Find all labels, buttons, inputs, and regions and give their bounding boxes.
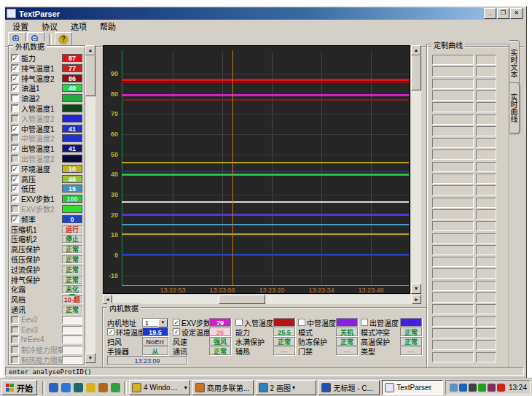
quick-launch-icon-6[interactable] <box>111 383 120 392</box>
indoor-address-dropdown[interactable]: 1▼ <box>142 318 168 327</box>
高压-checkbox[interactable]: ✓ <box>11 175 19 183</box>
tray-icon-3[interactable] <box>469 384 477 392</box>
custom-curve-value-box[interactable] <box>476 79 496 89</box>
custom-curve-value-box[interactable] <box>476 328 496 338</box>
custom-curve-name-box[interactable] <box>432 174 474 184</box>
频率-checkbox[interactable]: ✓ <box>11 215 19 223</box>
custom-curve-name-box[interactable] <box>432 257 474 267</box>
Eev3-checkbox[interactable] <box>11 326 19 334</box>
custom-curve-value-box[interactable] <box>476 209 496 220</box>
chart-hscrollbar[interactable]: ◄ ► <box>103 295 421 304</box>
custom-curve-value-box[interactable] <box>476 340 496 350</box>
custom-curve-value-box[interactable] <box>476 317 496 327</box>
hrEev4-checkbox[interactable] <box>11 335 19 343</box>
custom-curve-name-box[interactable] <box>432 185 474 195</box>
EXV步数1-checkbox[interactable]: ✓ <box>11 195 19 203</box>
custom-curve-value-box[interactable] <box>476 90 496 101</box>
tray-icon-1[interactable] <box>450 384 458 392</box>
custom-curve-name-box[interactable] <box>432 138 474 148</box>
custom-curve-value-box[interactable] <box>476 185 496 195</box>
custom-curve-name-box[interactable] <box>432 233 474 244</box>
custom-curve-value-box[interactable] <box>476 55 496 65</box>
custom-curve-name-box[interactable] <box>432 328 474 338</box>
制热能力限制-checkbox[interactable] <box>11 356 19 364</box>
能力-checkbox[interactable]: ✓ <box>11 54 19 62</box>
custom-curve-name-box[interactable] <box>432 114 474 125</box>
入管温度1-checkbox[interactable] <box>11 104 19 112</box>
outdoor-scroll-up-icon[interactable]: ▲ <box>85 45 95 55</box>
minimize-button[interactable]: _ <box>484 8 496 19</box>
task-group-dropdown-icon[interactable]: ▾ <box>184 384 187 391</box>
tray-icon-6[interactable] <box>497 384 505 392</box>
chart-hscroll-right-icon[interactable]: ► <box>412 295 421 304</box>
EXV步数-checkbox[interactable]: ✓ <box>173 319 180 326</box>
排气温度1-checkbox[interactable]: ✓ <box>11 64 19 72</box>
出管温度-checkbox[interactable] <box>361 319 368 326</box>
环境温度-checkbox[interactable]: ✓ <box>107 328 114 335</box>
tray-icon-5[interactable] <box>488 384 496 392</box>
custom-curve-name-box[interactable] <box>432 55 474 65</box>
task-button-3[interactable]: 2 画图▾ <box>256 380 317 395</box>
custom-curve-name-box[interactable] <box>432 162 474 172</box>
tray-icon-4[interactable] <box>478 384 486 392</box>
menu-item-1[interactable]: 设置 <box>9 20 31 33</box>
custom-curve-name-box[interactable] <box>432 150 474 160</box>
custom-curve-name-box[interactable] <box>432 90 474 101</box>
start-button[interactable]: 开始 <box>1 380 37 395</box>
设定温度-checkbox[interactable]: ✓ <box>173 328 180 335</box>
custom-curve-name-box[interactable] <box>432 340 474 350</box>
quick-launch-icon-5[interactable] <box>98 383 108 392</box>
custom-curve-name-box[interactable] <box>432 209 474 220</box>
close-button[interactable]: ✕ <box>510 8 523 19</box>
chart-plot[interactable]: 9080706050403020100-1013:22:5313:23:0613… <box>103 45 410 294</box>
custom-curve-name-box[interactable] <box>432 352 474 362</box>
outdoor-scrollbar[interactable]: ▲ ▼ <box>85 45 95 363</box>
outdoor-scroll-thumb[interactable] <box>85 55 95 96</box>
task-button-5[interactable]: TextParser <box>382 380 443 395</box>
custom-curve-value-box[interactable] <box>476 281 496 291</box>
chart-vscrollbar[interactable]: ▲ ▼ <box>411 45 421 294</box>
custom-curve-name-box[interactable] <box>432 198 474 208</box>
EXV步数2-checkbox[interactable] <box>11 205 19 213</box>
中管温度-checkbox[interactable] <box>298 319 305 326</box>
side-tab-2[interactable]: 实时曲线 <box>509 82 520 133</box>
排气温度2-checkbox[interactable]: ✓ <box>11 74 19 82</box>
中管温度2-checkbox[interactable] <box>11 134 19 142</box>
custom-curve-name-box[interactable] <box>432 245 474 255</box>
custom-curve-value-box[interactable] <box>476 221 496 231</box>
custom-curve-name-box[interactable] <box>432 268 474 279</box>
custom-curve-value-box[interactable] <box>476 138 496 148</box>
油温2-checkbox[interactable] <box>11 94 19 102</box>
task-button-1[interactable]: 4 Windows...▾ <box>129 380 190 395</box>
制冷能力限制-checkbox[interactable] <box>11 346 19 354</box>
outdoor-scroll-down-icon[interactable]: ▼ <box>85 353 95 363</box>
custom-curve-value-box[interactable] <box>476 162 496 172</box>
custom-curve-value-box[interactable] <box>476 174 496 184</box>
custom-curve-name-box[interactable] <box>432 221 474 231</box>
title-bar[interactable]: TextParser _ ❐ ✕ <box>5 7 524 20</box>
side-tab-1[interactable]: 实时文本 <box>509 40 520 87</box>
custom-curve-name-box[interactable] <box>432 66 474 77</box>
chart-vscroll-down-icon[interactable]: ▼ <box>411 284 421 294</box>
menu-item-3[interactable]: 选项 <box>68 20 90 33</box>
menu-item-2[interactable]: 协议 <box>39 20 60 33</box>
custom-curve-name-box[interactable] <box>432 79 474 89</box>
chart-hscroll-thumb[interactable] <box>219 295 265 304</box>
task-button-4[interactable]: 无标题 - C... <box>318 380 380 395</box>
custom-curve-value-box[interactable] <box>476 66 496 77</box>
低压-checkbox[interactable]: ✓ <box>11 185 19 193</box>
出管温度2-checkbox[interactable] <box>11 155 19 163</box>
restore-button[interactable]: ❐ <box>497 8 509 19</box>
chart-vscroll-thumb[interactable] <box>411 55 421 90</box>
quick-launch-icon-1[interactable] <box>49 383 58 392</box>
油温1-checkbox[interactable]: ✓ <box>11 84 19 92</box>
custom-curve-value-box[interactable] <box>476 304 496 314</box>
custom-curve-value-box[interactable] <box>476 233 496 244</box>
tray-icon-2[interactable] <box>459 384 467 392</box>
custom-curve-name-box[interactable] <box>432 304 474 314</box>
menu-item-4[interactable]: 帮助 <box>97 20 119 33</box>
custom-curve-value-box[interactable] <box>476 102 496 112</box>
出管温度1-checkbox[interactable]: ✓ <box>11 144 19 152</box>
custom-curve-value-box[interactable] <box>476 198 496 208</box>
quick-launch-icon-3[interactable] <box>74 383 83 392</box>
